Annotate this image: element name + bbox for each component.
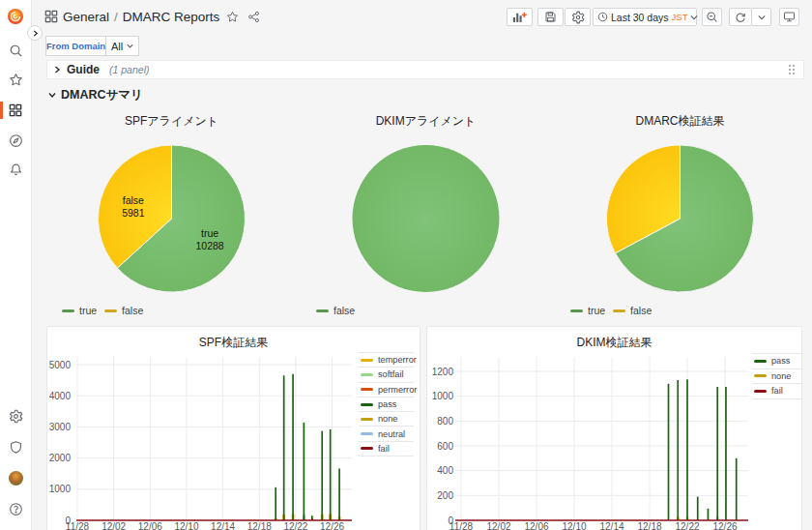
legend-item-true[interactable]: true (570, 305, 605, 316)
zoom-out-button[interactable] (702, 8, 722, 26)
legend-color-dash (754, 374, 767, 377)
legend-item-pass[interactable]: pass (752, 354, 803, 369)
y-axis-label: 1200 (432, 367, 454, 377)
pie-value: 5981 (122, 207, 145, 219)
chart-legend: passnonefail (752, 353, 803, 399)
pie-chart: true10288false5981 (44, 104, 299, 321)
cycle-view-mode-button[interactable] (779, 8, 799, 26)
legend-color-dash (361, 447, 373, 450)
dashboards-icon[interactable] (0, 102, 31, 119)
pie-label: true (201, 227, 218, 239)
legend-color-dash (62, 309, 74, 312)
variable-selected-value: All (111, 41, 123, 52)
dashboard-settings-button[interactable] (565, 8, 591, 26)
y-axis-label: 800 (437, 416, 453, 427)
time-picker[interactable]: Last 30 days JST (593, 8, 697, 26)
legend-item-false[interactable]: false (613, 305, 652, 316)
y-axis-label: 400 (437, 465, 453, 476)
time-range-label: Last 30 days (611, 12, 669, 23)
x-axis-label: 12/10 (562, 521, 586, 530)
legend-color-dash (361, 388, 373, 391)
variable-label-from-domain[interactable]: From Domain (45, 36, 106, 56)
star-icon[interactable] (0, 71, 31, 88)
chevron-down-icon (48, 91, 56, 99)
row-guide-title: Guide (67, 63, 100, 76)
help-icon[interactable] (0, 500, 31, 517)
x-axis-label: 12/18 (247, 521, 272, 530)
legend-color-dash (754, 360, 767, 363)
x-axis-label: 12/10 (174, 521, 198, 530)
legend-item-none[interactable]: none (359, 412, 414, 427)
row-drag-handle[interactable] (788, 64, 796, 75)
security-shield-icon[interactable] (0, 438, 31, 456)
y-axis-label: 1000 (49, 484, 72, 494)
panel-dkim-alignment: DKIMアライメント false (299, 104, 553, 321)
pie-legend: truefalse (570, 305, 652, 316)
legend-item-temperror[interactable]: temperror (359, 353, 414, 368)
legend-item-false[interactable]: false (104, 305, 143, 316)
sidebar-expand-button[interactable] (27, 25, 43, 41)
pie-label: false (123, 194, 144, 206)
timezone-label: JST (672, 12, 688, 22)
pie-legend: truefalse (62, 305, 143, 316)
x-axis-label: 12/02 (486, 521, 510, 530)
breadcrumb-section[interactable]: General (63, 10, 109, 24)
pie-value: 10288 (196, 240, 224, 251)
share-icon[interactable] (247, 11, 260, 23)
add-panel-button[interactable] (507, 8, 533, 26)
x-axis-label: 12/26 (712, 521, 737, 530)
avatar[interactable] (0, 469, 31, 486)
legend-color-dash (361, 359, 373, 362)
y-axis-label: 600 (437, 441, 453, 452)
pie-legend: false (316, 305, 355, 316)
timeseries-chart: 11/2812/0212/0612/1012/1412/1812/2212/26… (427, 327, 803, 530)
legend-item-false[interactable]: false (316, 305, 355, 316)
x-axis-label: 12/22 (283, 521, 307, 530)
legend-color-dash (361, 432, 373, 435)
dashboard-grid-icon[interactable] (44, 10, 58, 23)
chart-legend: temperrorsoftfailpermerrorpassnoneneutra… (359, 352, 414, 456)
legend-item-fail[interactable]: fail (752, 384, 803, 399)
legend-color-dash (361, 418, 373, 421)
grafana-logo[interactable] (0, 7, 31, 26)
legend-item-true[interactable]: true (62, 305, 97, 316)
legend-color-dash (754, 390, 767, 393)
legend-item-softfail[interactable]: softfail (359, 368, 414, 382)
row-guide[interactable]: Guide (1 panel) (46, 60, 804, 79)
legend-item-fail[interactable]: fail (359, 442, 414, 456)
row-summary-title: DMARCサマリ (61, 87, 143, 103)
legend-item-permerror[interactable]: permerror (359, 383, 414, 398)
legend-color-dash (316, 309, 329, 312)
pie-chart (299, 104, 553, 321)
save-dashboard-button[interactable] (537, 8, 564, 26)
y-axis-label: 3000 (49, 422, 72, 432)
y-axis-label: 200 (437, 490, 453, 501)
sidebar (0, 0, 32, 530)
x-axis-label: 12/18 (637, 521, 661, 530)
panel-dmarc-result: DMARC検証結果 truefalse (553, 104, 807, 321)
legend-color-dash (613, 309, 625, 312)
favorite-star-icon[interactable] (226, 11, 239, 23)
pie-slice-false[interactable] (353, 145, 500, 292)
x-axis-label: 12/26 (320, 521, 344, 530)
pie-chart (553, 104, 807, 321)
y-axis-label: 2000 (49, 453, 72, 463)
refresh-button[interactable] (729, 8, 752, 26)
x-axis-label: 12/06 (138, 521, 162, 530)
chevron-down-icon (127, 44, 133, 48)
alerting-bell-icon[interactable] (0, 161, 31, 178)
search-icon[interactable] (0, 42, 31, 59)
variable-value-dropdown[interactable]: All (105, 36, 139, 56)
row-dmarc-summary[interactable]: DMARCサマリ (48, 87, 143, 103)
chevron-down-icon (690, 15, 698, 20)
breadcrumb-separator: / (114, 10, 118, 24)
legend-item-none[interactable]: none (752, 369, 803, 385)
y-axis-label: 5000 (49, 360, 72, 370)
legend-item-pass[interactable]: pass (359, 398, 414, 412)
explore-compass-icon[interactable] (0, 132, 31, 149)
panel-spf-alignment: SPFアライメント true10288false5981 truefalse (44, 104, 299, 321)
refresh-interval-dropdown[interactable] (751, 8, 771, 26)
legend-item-neutral[interactable]: neutral (359, 427, 414, 441)
panel-spf-results: SPF検証結果 11/2812/0212/0612/1012/1412/1812… (46, 326, 420, 530)
settings-gear-icon[interactable] (0, 407, 31, 425)
